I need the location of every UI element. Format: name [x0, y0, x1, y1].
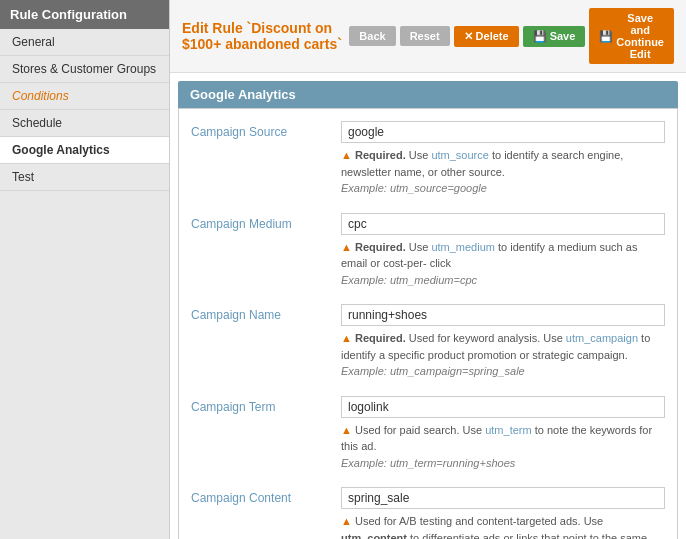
- campaign-name-row: Campaign Name ▲ Required. Used for keywo…: [191, 304, 665, 380]
- campaign-content-input[interactable]: [341, 487, 665, 509]
- campaign-medium-hint: ▲ Required. Use utm_medium to identify a…: [341, 239, 665, 289]
- save-button[interactable]: 💾 Save: [523, 26, 586, 47]
- sidebar: Rule Configuration General Stores & Cust…: [0, 0, 170, 539]
- main-content: Edit Rule `Discount on $100+ abandoned c…: [170, 0, 686, 539]
- header-buttons: Back Reset ✕ Delete 💾 Save 💾 Save and Co…: [349, 8, 674, 64]
- sidebar-item-google-analytics[interactable]: Google Analytics: [0, 137, 169, 164]
- back-button[interactable]: Back: [349, 26, 395, 46]
- campaign-name-label: Campaign Name: [191, 304, 341, 322]
- sidebar-item-stores-customer-groups[interactable]: Stores & Customer Groups: [0, 56, 169, 83]
- campaign-name-hint: ▲ Required. Used for keyword analysis. U…: [341, 330, 665, 380]
- sidebar-item-test[interactable]: Test: [0, 164, 169, 191]
- campaign-term-hint: ▲ Used for paid search. Use utm_term to …: [341, 422, 665, 472]
- campaign-name-field: ▲ Required. Used for keyword analysis. U…: [341, 304, 665, 380]
- required-icon-2: ▲: [341, 241, 352, 253]
- campaign-medium-field: ▲ Required. Use utm_medium to identify a…: [341, 213, 665, 289]
- campaign-source-row: Campaign Source ▲ Required. Use utm_sour…: [191, 121, 665, 197]
- campaign-source-label: Campaign Source: [191, 121, 341, 139]
- campaign-source-input[interactable]: [341, 121, 665, 143]
- campaign-medium-row: Campaign Medium ▲ Required. Use utm_medi…: [191, 213, 665, 289]
- main-header: Edit Rule `Discount on $100+ abandoned c…: [170, 0, 686, 73]
- required-icon: ▲: [341, 149, 352, 161]
- section-header: Google Analytics: [178, 81, 678, 108]
- sidebar-item-conditions[interactable]: Conditions: [0, 83, 169, 110]
- delete-button[interactable]: ✕ Delete: [454, 26, 519, 47]
- campaign-name-input[interactable]: [341, 304, 665, 326]
- campaign-medium-input[interactable]: [341, 213, 665, 235]
- save-continue-button[interactable]: 💾 Save and Continue Edit: [589, 8, 674, 64]
- section-body: Campaign Source ▲ Required. Use utm_sour…: [178, 108, 678, 539]
- sidebar-item-schedule[interactable]: Schedule: [0, 110, 169, 137]
- rule-title: Edit Rule `Discount on $100+ abandoned c…: [182, 20, 349, 52]
- info-icon-2: ▲: [341, 515, 352, 527]
- campaign-content-hint: ▲ Used for A/B testing and content-targe…: [341, 513, 665, 539]
- campaign-source-hint: ▲ Required. Use utm_source to identify a…: [341, 147, 665, 197]
- sidebar-item-general[interactable]: General: [0, 29, 169, 56]
- reset-button[interactable]: Reset: [400, 26, 450, 46]
- campaign-term-input[interactable]: [341, 396, 665, 418]
- save-continue-icon: 💾: [599, 30, 613, 43]
- campaign-content-row: Campaign Content ▲ Used for A/B testing …: [191, 487, 665, 539]
- info-icon: ▲: [341, 424, 352, 436]
- campaign-term-field: ▲ Used for paid search. Use utm_term to …: [341, 396, 665, 472]
- save-icon: 💾: [533, 30, 547, 43]
- sidebar-title: Rule Configuration: [0, 0, 169, 29]
- campaign-content-label: Campaign Content: [191, 487, 341, 505]
- campaign-term-label: Campaign Term: [191, 396, 341, 414]
- required-icon-3: ▲: [341, 332, 352, 344]
- campaign-term-row: Campaign Term ▲ Used for paid search. Us…: [191, 396, 665, 472]
- campaign-medium-label: Campaign Medium: [191, 213, 341, 231]
- delete-icon: ✕: [464, 30, 473, 43]
- campaign-content-field: ▲ Used for A/B testing and content-targe…: [341, 487, 665, 539]
- campaign-source-field: ▲ Required. Use utm_source to identify a…: [341, 121, 665, 197]
